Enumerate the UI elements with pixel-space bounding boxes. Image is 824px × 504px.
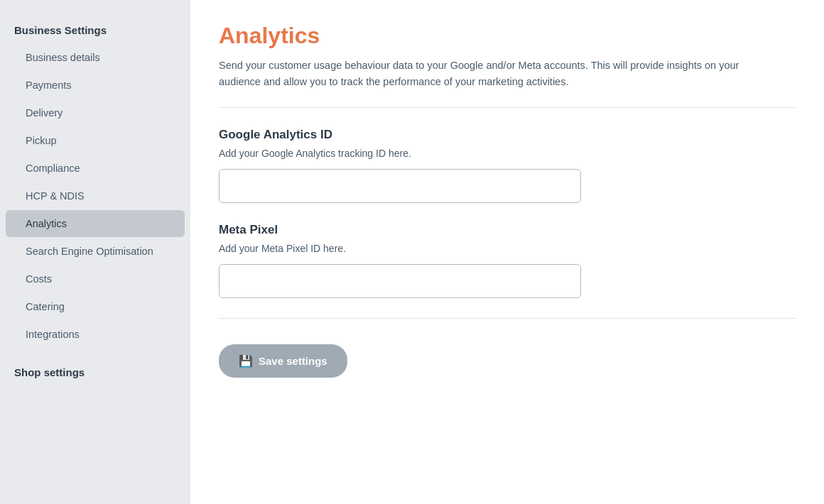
google-analytics-input[interactable] — [219, 169, 581, 203]
page-title: Analytics — [219, 23, 796, 49]
main-content: Analytics Send your customer usage behav… — [190, 0, 824, 504]
sidebar-item-hcp-ndis[interactable]: HCP & NDIS — [6, 182, 185, 209]
sidebar-item-search-engine[interactable]: Search Engine Optimisation — [6, 238, 185, 265]
divider-bottom — [219, 318, 796, 319]
divider-top — [219, 107, 796, 108]
sidebar-item-business-details[interactable]: Business details — [6, 44, 185, 71]
save-icon: 💾 — [239, 354, 253, 368]
google-analytics-description: Add your Google Analytics tracking ID he… — [219, 148, 796, 159]
google-analytics-title: Google Analytics ID — [219, 128, 796, 142]
meta-pixel-section: Meta Pixel Add your Meta Pixel ID here. — [219, 223, 796, 298]
sidebar-section-shop: Shop settings — [0, 359, 190, 385]
sidebar-item-compliance[interactable]: Compliance — [6, 155, 185, 182]
meta-pixel-input[interactable] — [219, 264, 581, 298]
sidebar: Business Settings Business details Payme… — [0, 0, 190, 504]
meta-pixel-description: Add your Meta Pixel ID here. — [219, 243, 796, 254]
sidebar-item-analytics[interactable]: Analytics — [6, 210, 185, 237]
save-button-label: Save settings — [259, 355, 327, 367]
sidebar-item-integrations[interactable]: Integrations — [6, 321, 185, 348]
sidebar-item-payments[interactable]: Payments — [6, 72, 185, 99]
sidebar-item-costs[interactable]: Costs — [6, 265, 185, 292]
google-analytics-section: Google Analytics ID Add your Google Anal… — [219, 128, 796, 203]
save-settings-button[interactable]: 💾 Save settings — [219, 344, 347, 378]
meta-pixel-title: Meta Pixel — [219, 223, 796, 237]
sidebar-item-catering[interactable]: Catering — [6, 293, 185, 320]
sidebar-item-delivery[interactable]: Delivery — [6, 99, 185, 126]
sidebar-item-pickup[interactable]: Pickup — [6, 127, 185, 154]
sidebar-section-business: Business Settings — [0, 17, 190, 43]
page-description: Send your customer usage behaviour data … — [219, 57, 759, 90]
